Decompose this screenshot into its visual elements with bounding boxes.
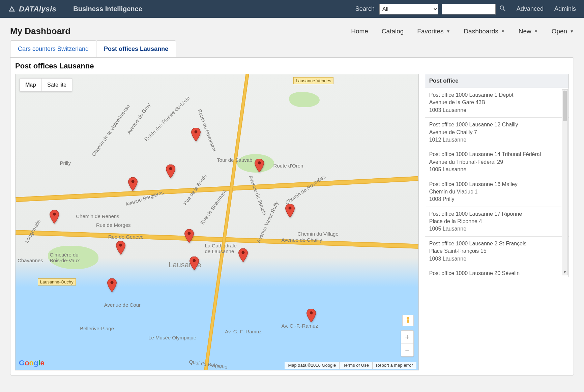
post-office-name: Post office 1000 Lausanne 2 St-François: [429, 240, 564, 247]
scroll-down-icon[interactable]: ▼: [562, 270, 567, 275]
tabbar: Cars counters Switzerland Post offices L…: [10, 40, 574, 57]
post-office-row[interactable]: Post office 1000 Lausanne 16 MalleyChemi…: [425, 177, 568, 207]
svg-point-14: [407, 317, 409, 320]
map-marker[interactable]: [191, 128, 201, 141]
post-office-street: Place Saint-François 15: [429, 247, 564, 255]
map-label-ch-village: Chemin du Village: [297, 231, 338, 237]
map-marker[interactable]: [306, 309, 316, 322]
nav-new[interactable]: New: [519, 28, 538, 35]
main-nav: Home Catalog Favorites Dashboards New Op…: [351, 28, 574, 35]
map-marker[interactable]: [107, 278, 117, 292]
svg-point-7: [187, 232, 191, 235]
svg-point-2: [53, 213, 56, 216]
search-scope-select[interactable]: All: [379, 4, 438, 14]
panel: Post offices Lausanne Map Satellite Laus…: [10, 57, 574, 375]
google-logo: Google: [19, 359, 45, 367]
pegman-icon: [405, 316, 411, 325]
map-marker[interactable]: [50, 210, 59, 223]
zoom-in-button[interactable]: +: [401, 331, 413, 343]
map-marker[interactable]: [184, 229, 194, 243]
post-office-street: Avenue de la Gare 43B: [429, 99, 564, 106]
svg-point-9: [195, 130, 198, 133]
administration-link[interactable]: Adminis: [554, 5, 576, 12]
post-office-row[interactable]: Post office 1000 Lausanne 1 DépôtAvenue …: [425, 88, 568, 118]
map-label-av-ramuz2: Av. C.-F.-Ramuz: [282, 323, 318, 329]
map-type-map[interactable]: Map: [20, 79, 41, 91]
post-office-name: Post office 1000 Lausanne 12 Chailly: [429, 121, 564, 128]
map-badge-ouchy: Lausanne-Ouchy: [38, 278, 76, 285]
svg-point-13: [310, 311, 313, 314]
map-terms-link[interactable]: Terms of Use: [339, 362, 372, 369]
post-office-row[interactable]: Post office 1000 Lausanne 20 SévelinAven…: [425, 266, 568, 277]
brand-text: DATAlysis: [19, 5, 56, 13]
advanced-link[interactable]: Advanced: [517, 5, 544, 12]
svg-point-4: [119, 243, 122, 246]
list-scrollbar[interactable]: ▲ ▼: [562, 89, 568, 275]
post-office-list-header: Post office: [425, 74, 568, 88]
post-office-city: 1012 Lausanne: [429, 136, 564, 144]
post-office-city: 1008 Prilly: [429, 195, 564, 203]
map-report-link[interactable]: Report a map error: [372, 362, 416, 369]
post-office-street: Avenue de Chailly 7: [429, 129, 564, 136]
post-office-row[interactable]: Post office 1000 Lausanne 12 ChaillyAven…: [425, 118, 568, 147]
post-office-street: Place de la Riponne 4: [429, 218, 564, 225]
page-head: My Dashboard Home Catalog Favorites Dash…: [0, 18, 584, 40]
post-office-street: Avenue du Tribunal-Fédéral 29: [429, 158, 564, 166]
map[interactable]: Map Satellite Lausanne Prilly La Cathédr…: [15, 74, 419, 370]
brand-logo-icon: [8, 5, 16, 13]
post-office-name: Post office 1000 Lausanne 16 Malley: [429, 181, 564, 188]
map-label-ch-renens: Chemin de Renens: [76, 213, 119, 219]
map-marker[interactable]: [128, 177, 138, 191]
post-office-row[interactable]: Post office 1000 Lausanne 2 St-FrançoisP…: [425, 237, 568, 266]
search-icon[interactable]: [499, 5, 506, 13]
post-office-list: Post office Post office 1000 Lausanne 1 …: [425, 74, 569, 277]
map-type-control: Map Satellite: [20, 78, 72, 92]
tab-cars-counters[interactable]: Cars counters Switzerland: [10, 40, 96, 57]
map-label-chavannes: Chavannes: [18, 258, 43, 263]
post-office-name: Post office 1000 Lausanne 14 Tribunal Fé…: [429, 151, 564, 158]
svg-point-3: [110, 281, 113, 284]
map-label-ch-roveraz: Chemin de Rovéréaz: [284, 174, 326, 206]
map-marker[interactable]: [255, 159, 264, 172]
map-label-bellerive: Bellerive-Plage: [80, 326, 114, 331]
streetview-pegman[interactable]: [402, 315, 414, 326]
post-office-name: Post office 1000 Lausanne 17 Riponne: [429, 210, 564, 218]
svg-point-12: [288, 207, 291, 210]
map-label-prilly: Prilly: [60, 160, 71, 166]
map-badge-vennes: Lausanne-Vennes: [293, 77, 333, 84]
zoom-out-button[interactable]: −: [401, 343, 413, 356]
post-office-city: 1005 Lausanne: [429, 225, 564, 233]
svg-line-1: [503, 9, 505, 11]
nav-home[interactable]: Home: [351, 28, 368, 35]
svg-point-6: [169, 167, 172, 170]
svg-rect-15: [407, 320, 409, 323]
map-label-route-oron: Route d'Oron: [273, 163, 303, 169]
scrollbar-thumb[interactable]: [563, 91, 567, 121]
nav-favorites[interactable]: Favorites: [417, 28, 450, 35]
nav-dashboards[interactable]: Dashboards: [464, 28, 505, 35]
search-input[interactable]: [442, 4, 496, 14]
panel-title: Post offices Lausanne: [15, 62, 569, 70]
map-type-satellite[interactable]: Satellite: [41, 79, 72, 91]
post-office-row[interactable]: Post office 1000 Lausanne 17 RiponnePlac…: [425, 207, 568, 237]
post-office-street: Chemin du Viaduc 1: [429, 188, 564, 195]
map-marker[interactable]: [116, 241, 125, 254]
map-label-av-ruffy: Avenue Victor-Ruffy: [256, 201, 280, 243]
tab-post-offices[interactable]: Post offices Lausanne: [96, 40, 176, 57]
page-title: My Dashboard: [10, 26, 70, 36]
search-area: Search All Advanced Adminis: [355, 4, 576, 14]
svg-point-10: [242, 251, 245, 254]
map-marker[interactable]: [238, 248, 248, 262]
map-label-av-temple: Avenue du Temple: [248, 175, 268, 216]
map-footer: Map data ©2016 Google Terms of Use Repor…: [285, 362, 416, 369]
map-marker[interactable]: [189, 257, 199, 270]
map-marker[interactable]: [166, 164, 175, 178]
map-label-olympic: Le Musée Olympique: [148, 335, 196, 340]
nav-open[interactable]: Open: [552, 28, 574, 35]
map-marker[interactable]: [285, 204, 295, 217]
brand-subtitle: Business Intelligence: [73, 5, 142, 13]
post-office-city: 1005 Lausanne: [429, 166, 564, 173]
post-office-city: 1003 Lausanne: [429, 255, 564, 263]
post-office-row[interactable]: Post office 1000 Lausanne 14 Tribunal Fé…: [425, 147, 568, 177]
nav-catalog[interactable]: Catalog: [382, 28, 404, 35]
